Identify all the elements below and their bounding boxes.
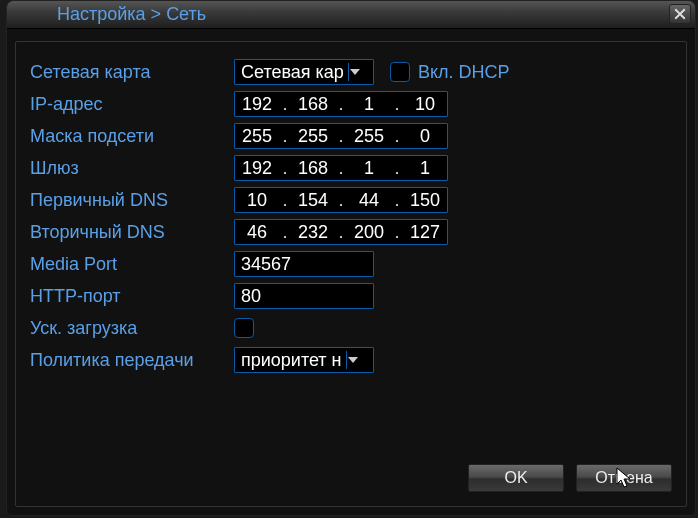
dhcp-label: Вкл. DHCP [418,62,510,83]
hs-download-checkbox[interactable] [234,318,254,338]
http-port-input[interactable]: 80 [234,283,374,309]
settings-window: Настройка > Сеть Сетевая карта Сетевая к… [6,0,696,516]
http-port-label: HTTP-порт [26,286,234,307]
gateway-input[interactable]: 192. 168. 1. 1 [234,155,448,181]
close-button[interactable] [669,4,691,24]
dns2-label: Вторичный DNS [26,222,234,243]
ip-label: IP-адрес [26,94,234,115]
dhcp-checkbox[interactable] [390,62,410,82]
chevron-down-icon [348,63,362,81]
window-title: Настройка > Сеть [57,4,206,25]
mask-label: Маска подсети [26,126,234,147]
ok-button[interactable]: OK [468,464,564,492]
gateway-label: Шлюз [26,158,234,179]
dns1-label: Первичный DNS [26,190,234,211]
dns2-input[interactable]: 46. 232. 200. 127 [234,219,448,245]
hs-download-label: Уск. загрузка [26,318,234,339]
media-port-label: Media Port [26,254,234,275]
transfer-policy-select[interactable]: приоритет н [234,347,374,373]
titlebar: Настройка > Сеть [7,1,695,29]
transfer-policy-label: Политика передачи [26,350,234,371]
content-panel: Сетевая карта Сетевая кар Вкл. DHCP IP-а… [15,41,687,507]
mask-input[interactable]: 255. 255. 255. 0 [234,123,448,149]
dns1-input[interactable]: 10. 154. 44. 150 [234,187,448,213]
ip-input[interactable]: 192. 168. 1. 10 [234,91,448,117]
nic-select-value: Сетевая кар [241,62,344,83]
cancel-button[interactable]: Отмена [576,464,672,492]
nic-select[interactable]: Сетевая кар [234,59,374,85]
nic-label: Сетевая карта [26,62,234,83]
media-port-input[interactable]: 34567 [234,251,374,277]
dialog-footer: OK Отмена [468,464,672,492]
transfer-policy-value: приоритет н [241,350,342,371]
chevron-down-icon [346,351,360,369]
